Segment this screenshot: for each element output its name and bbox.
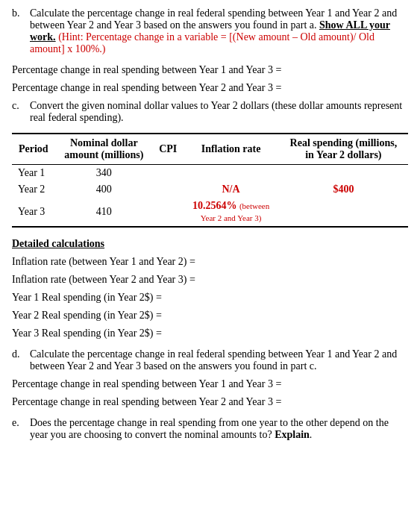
real-year1: Year 1 Real spending (in Year 2$) = — [12, 292, 408, 304]
real-year3: Year 3 Real spending (in Year 2$) = — [12, 328, 408, 339]
td-real-1 — [279, 165, 408, 182]
table-row: Year 2 400 N/A $400 — [12, 181, 408, 198]
td-period-3: Year 3 — [12, 198, 55, 227]
spending-table: Period Nominal dollaramount (millions) C… — [12, 133, 408, 228]
section-b-hint: (Hint: Percentage change in a variable =… — [30, 31, 374, 54]
section-d-content: Calculate the percentage change in real … — [30, 348, 408, 372]
section-e-item: e. Does the percentage change in real sp… — [12, 417, 408, 441]
th-nominal: Nominal dollaramount (millions) — [55, 134, 154, 165]
td-cpi-3 — [153, 198, 183, 227]
td-inflation-3: 10.2564% (betweenYear 2 and Year 3) — [183, 198, 278, 227]
section-c-item: c. Convert the given nominal dollar valu… — [12, 100, 408, 124]
section-c: c. Convert the given nominal dollar valu… — [12, 100, 408, 124]
inflation-year2-3: Inflation rate (between Year 2 and Year … — [12, 274, 408, 286]
table-row: Year 1 340 — [12, 165, 408, 182]
table-row: Year 3 410 10.2564% (betweenYear 2 and Y… — [12, 198, 408, 227]
real-spending-year2: $400 — [333, 184, 354, 195]
inflation-value-year3: 10.2564% — [192, 200, 237, 211]
td-nominal-2: 400 — [55, 181, 154, 198]
detailed-section: Detailed calculations Inflation rate (be… — [12, 238, 408, 339]
td-real-2: $400 — [279, 181, 408, 198]
real-year2: Year 2 Real spending (in Year 2$) = — [12, 310, 408, 322]
th-inflation: Inflation rate — [183, 134, 278, 165]
section-d: d. Calculate the percentage change in re… — [12, 348, 408, 408]
section-d-intro: Calculate the percentage change in real … — [30, 348, 397, 372]
td-period-2: Year 2 — [12, 181, 55, 198]
td-cpi-2 — [153, 181, 183, 198]
td-period-1: Year 1 — [12, 165, 55, 182]
section-d-item: d. Calculate the percentage change in re… — [12, 348, 408, 372]
pct-change-b-2-3: Percentage change in real spending betwe… — [12, 82, 408, 94]
section-b-content: Calculate the percentage change in real … — [30, 7, 408, 55]
section-e-explain-bold: Explain — [275, 429, 310, 440]
section-b: b. Calculate the percentage change in re… — [12, 7, 408, 55]
section-c-label: c. — [12, 100, 30, 112]
detailed-header: Detailed calculations — [12, 238, 408, 250]
pct-change-d-1-3: Percentage change in real spending betwe… — [12, 378, 408, 390]
td-nominal-1: 340 — [55, 165, 154, 182]
section-e-question: Does the percentage change in real spend… — [30, 417, 389, 440]
pct-change-b-1-3: Percentage change in real spending betwe… — [12, 64, 408, 76]
td-cpi-1 — [153, 165, 183, 182]
section-d-label: d. — [12, 348, 30, 360]
section-c-intro: Convert the given nominal dollar values … — [30, 100, 402, 123]
section-e-content: Does the percentage change in real spend… — [30, 417, 408, 441]
section-b-item: b. Calculate the percentage change in re… — [12, 7, 408, 55]
pct-change-d-2-3: Percentage change in real spending betwe… — [12, 396, 408, 408]
td-nominal-3: 410 — [55, 198, 154, 227]
spending-table-wrapper: Period Nominal dollaramount (millions) C… — [12, 133, 408, 228]
td-inflation-1 — [183, 165, 278, 182]
td-real-3 — [279, 198, 408, 227]
td-inflation-2: N/A — [183, 181, 278, 198]
section-c-content: Convert the given nominal dollar values … — [30, 100, 408, 124]
section-e-label: e. — [12, 417, 30, 429]
section-e: e. Does the percentage change in real sp… — [12, 417, 408, 441]
section-e-period: . — [310, 429, 313, 440]
section-b-label: b. — [12, 7, 30, 19]
th-cpi: CPI — [153, 134, 183, 165]
th-real: Real spending (millions,in Year 2 dollar… — [279, 134, 408, 165]
na-label: N/A — [222, 184, 239, 195]
th-period: Period — [12, 134, 55, 165]
inflation-year1-2: Inflation rate (between Year 1 and Year … — [12, 256, 408, 268]
